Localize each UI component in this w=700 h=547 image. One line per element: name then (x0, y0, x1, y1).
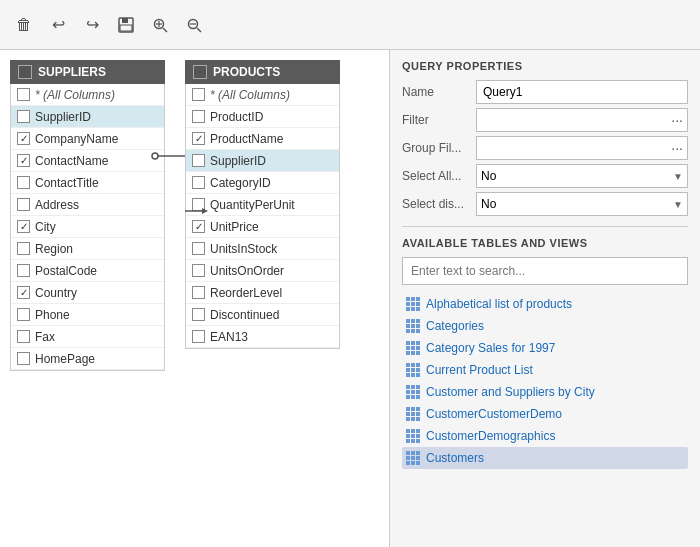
row-checkbox[interactable] (17, 330, 30, 343)
table-list-item[interactable]: Category Sales for 1997 (402, 337, 688, 359)
row-label: CategoryID (210, 176, 271, 190)
table-list-item[interactable]: Current Product List (402, 359, 688, 381)
table-row[interactable]: Phone (11, 304, 164, 326)
suppliers-select-all[interactable] (18, 65, 32, 79)
row-label: Phone (35, 308, 70, 322)
row-checkbox[interactable] (17, 352, 30, 365)
tables-search-input[interactable] (402, 257, 688, 285)
table-row[interactable]: EAN13 (186, 326, 339, 348)
products-table: PRODUCTS * (All Columns)ProductIDProduct… (185, 60, 340, 537)
table-row[interactable]: CompanyName (11, 128, 164, 150)
table-row[interactable]: SupplierID (186, 150, 339, 172)
table-list-item[interactable]: CustomerDemographics (402, 425, 688, 447)
group-filter-button[interactable]: ··· (476, 136, 688, 160)
row-checkbox[interactable] (17, 220, 30, 233)
table-row[interactable]: SupplierID (11, 106, 164, 128)
row-checkbox[interactable] (17, 110, 30, 123)
group-filter-label: Group Fil... (402, 141, 472, 155)
table-row[interactable]: Region (11, 238, 164, 260)
row-checkbox[interactable] (17, 132, 30, 145)
row-checkbox[interactable] (192, 132, 205, 145)
row-label: Country (35, 286, 77, 300)
table-list-item[interactable]: Customers (402, 447, 688, 469)
undo-button[interactable]: ↩ (44, 11, 72, 39)
select-all-dropdown[interactable]: No ▼ (476, 164, 688, 188)
table-list-label: Alphabetical list of products (426, 297, 572, 311)
row-checkbox[interactable] (17, 264, 30, 277)
row-checkbox[interactable] (17, 176, 30, 189)
filter-button[interactable]: ··· (476, 108, 688, 132)
row-checkbox[interactable] (192, 176, 205, 189)
products-body: * (All Columns)ProductIDProductNameSuppl… (185, 84, 340, 349)
table-row[interactable]: UnitsInStock (186, 238, 339, 260)
table-row[interactable]: Country (11, 282, 164, 304)
select-distinct-row: Select dis... No ▼ (402, 192, 688, 216)
table-grid-icon (406, 341, 420, 355)
row-checkbox[interactable] (192, 308, 205, 321)
table-row[interactable]: ReorderLevel (186, 282, 339, 304)
table-row[interactable]: UnitPrice (186, 216, 339, 238)
table-list-item[interactable]: Customer and Suppliers by City (402, 381, 688, 403)
select-all-row: Select All... No ▼ (402, 164, 688, 188)
table-row[interactable]: ContactTitle (11, 172, 164, 194)
table-row[interactable]: * (All Columns) (11, 84, 164, 106)
row-checkbox[interactable] (192, 110, 205, 123)
row-checkbox[interactable] (17, 154, 30, 167)
table-row[interactable]: Discontinued (186, 304, 339, 326)
table-row[interactable]: Address (11, 194, 164, 216)
row-label: HomePage (35, 352, 95, 366)
row-label: SupplierID (35, 110, 91, 124)
products-select-all[interactable] (193, 65, 207, 79)
table-row[interactable]: Fax (11, 326, 164, 348)
select-all-arrow-icon: ▼ (673, 171, 683, 182)
main-area: SUPPLIERS * (All Columns)SupplierIDCompa… (0, 50, 700, 547)
svg-line-8 (197, 28, 201, 32)
table-row[interactable]: CategoryID (186, 172, 339, 194)
row-checkbox[interactable] (192, 154, 205, 167)
table-row[interactable]: ProductID (186, 106, 339, 128)
search-button[interactable] (146, 11, 174, 39)
row-label: QuantityPerUnit (210, 198, 295, 212)
row-label: Address (35, 198, 79, 212)
save-button[interactable] (112, 11, 140, 39)
row-checkbox[interactable] (192, 220, 205, 233)
row-label: ReorderLevel (210, 286, 282, 300)
table-row[interactable]: ProductName (186, 128, 339, 150)
search2-button[interactable] (180, 11, 208, 39)
tables-panel: SUPPLIERS * (All Columns)SupplierIDCompa… (0, 50, 390, 547)
table-grid-icon (406, 319, 420, 333)
table-row[interactable]: * (All Columns) (186, 84, 339, 106)
row-checkbox[interactable] (192, 242, 205, 255)
row-checkbox[interactable] (192, 88, 205, 101)
row-checkbox[interactable] (192, 286, 205, 299)
select-all-label: Select All... (402, 169, 472, 183)
table-grid-icon (406, 385, 420, 399)
table-row[interactable]: HomePage (11, 348, 164, 370)
table-row[interactable]: ContactName (11, 150, 164, 172)
table-list-item[interactable]: CustomerCustomerDemo (402, 403, 688, 425)
table-row[interactable]: City (11, 216, 164, 238)
row-checkbox[interactable] (17, 198, 30, 211)
row-checkbox[interactable] (192, 330, 205, 343)
redo-button[interactable]: ↪ (78, 11, 106, 39)
row-checkbox[interactable] (17, 88, 30, 101)
row-checkbox[interactable] (17, 286, 30, 299)
table-list-label: Customer and Suppliers by City (426, 385, 595, 399)
table-row[interactable]: QuantityPerUnit (186, 194, 339, 216)
select-distinct-dropdown[interactable]: No ▼ (476, 192, 688, 216)
table-row[interactable]: UnitsOnOrder (186, 260, 339, 282)
table-grid-icon (406, 407, 420, 421)
table-row[interactable]: PostalCode (11, 260, 164, 282)
delete-button[interactable]: 🗑 (10, 11, 38, 39)
table-list-item[interactable]: Alphabetical list of products (402, 293, 688, 315)
row-checkbox[interactable] (17, 308, 30, 321)
table-list-label: Category Sales for 1997 (426, 341, 555, 355)
row-checkbox[interactable] (192, 264, 205, 277)
row-label: Region (35, 242, 73, 256)
products-title: PRODUCTS (213, 65, 280, 79)
group-filter-ellipsis-icon: ··· (671, 140, 683, 156)
row-checkbox[interactable] (192, 198, 205, 211)
name-input[interactable] (476, 80, 688, 104)
table-list-item[interactable]: Categories (402, 315, 688, 337)
row-checkbox[interactable] (17, 242, 30, 255)
